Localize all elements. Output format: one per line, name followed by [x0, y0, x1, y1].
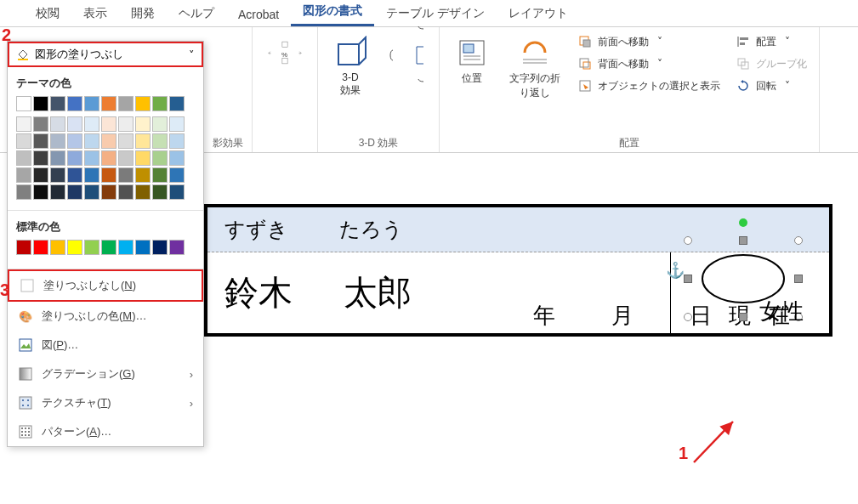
color-swatch[interactable] [16, 167, 31, 183]
color-swatch[interactable] [33, 116, 48, 132]
gradient-fill-item[interactable]: グラデーション(G) › [8, 360, 203, 388]
color-swatch[interactable] [101, 116, 116, 132]
color-swatch[interactable] [50, 133, 65, 149]
color-swatch[interactable] [135, 133, 151, 149]
align-button[interactable]: 配置˅ [732, 32, 793, 51]
document-canvas[interactable]: 年 月 日現在 すずき たろう 鈴木 太郎 ⚓ [204, 153, 858, 504]
color-swatch[interactable] [50, 184, 65, 200]
resize-handle[interactable] [794, 275, 803, 283]
color-swatch[interactable] [16, 150, 31, 166]
color-swatch[interactable] [118, 96, 134, 111]
tab-view[interactable]: 表示 [71, 1, 119, 26]
threeD-effects-button[interactable]: 3-D 効果 [327, 32, 374, 101]
color-swatch[interactable] [152, 133, 168, 149]
color-swatch[interactable] [118, 150, 134, 166]
selection-pane-button[interactable]: オブジェクトの選択と表示 [574, 76, 724, 95]
color-swatch[interactable] [101, 184, 116, 200]
resize-handle[interactable] [684, 236, 692, 245]
send-backward-button[interactable]: 背面へ移動˅ [574, 54, 666, 73]
group-button[interactable]: グループ化 [732, 54, 810, 73]
color-swatch[interactable] [118, 167, 134, 183]
color-swatch[interactable] [169, 184, 185, 200]
color-swatch[interactable] [135, 150, 151, 166]
color-swatch[interactable] [67, 167, 82, 183]
color-swatch[interactable] [84, 96, 99, 111]
color-swatch[interactable] [84, 184, 99, 200]
color-swatch[interactable] [135, 240, 151, 255]
more-fill-colors-item[interactable]: 🎨 塗りつぶしの色(M)… [8, 302, 203, 331]
color-swatch[interactable] [50, 240, 65, 255]
color-swatch[interactable] [50, 96, 65, 111]
color-swatch[interactable] [67, 240, 82, 255]
picture-fill-item[interactable]: 図(P)… [8, 331, 203, 360]
resize-handle[interactable] [739, 236, 747, 245]
tab-shape-format[interactable]: 図形の書式 [291, 0, 374, 26]
color-swatch[interactable] [33, 133, 48, 149]
tab-help[interactable]: ヘルプ [167, 1, 226, 26]
color-swatch[interactable] [169, 240, 185, 255]
color-swatch[interactable] [33, 167, 48, 183]
no-fill-item[interactable]: 塗りつぶしなし(N) [8, 269, 203, 302]
color-swatch[interactable] [16, 133, 31, 149]
color-swatch[interactable] [135, 96, 151, 111]
color-swatch[interactable] [169, 96, 185, 111]
color-swatch[interactable] [84, 133, 99, 149]
rotate-handle[interactable] [739, 218, 747, 227]
resize-handle[interactable] [794, 236, 803, 245]
resize-handle[interactable] [684, 275, 692, 283]
color-swatch[interactable] [135, 116, 151, 132]
rotate-button[interactable]: 回転˅ [732, 76, 793, 95]
color-swatch[interactable] [50, 167, 65, 183]
threeD-rotate-grid[interactable] [383, 32, 430, 101]
shadow-nudge-grid[interactable]: % [261, 32, 309, 73]
color-swatch[interactable] [152, 240, 168, 255]
color-swatch[interactable] [16, 116, 31, 132]
color-swatch[interactable] [169, 116, 185, 132]
color-swatch[interactable] [152, 184, 168, 200]
color-swatch[interactable] [67, 116, 82, 132]
color-swatch[interactable] [33, 184, 48, 200]
color-swatch[interactable] [101, 150, 116, 166]
resize-handle[interactable] [739, 313, 747, 321]
tab-review[interactable]: 校閲 [24, 1, 71, 26]
pattern-fill-item[interactable]: パターン(A)… [8, 417, 203, 446]
color-swatch[interactable] [101, 167, 116, 183]
color-swatch[interactable] [33, 240, 48, 255]
tab-layout[interactable]: レイアウト [497, 1, 580, 26]
tab-developer[interactable]: 開発 [119, 1, 167, 26]
color-swatch[interactable] [101, 96, 116, 111]
color-swatch[interactable] [16, 184, 31, 200]
color-swatch[interactable] [118, 184, 134, 200]
position-button[interactable]: 位置 [448, 32, 496, 104]
color-swatch[interactable] [33, 96, 48, 111]
color-swatch[interactable] [84, 167, 99, 183]
color-swatch[interactable] [16, 96, 31, 111]
color-swatch[interactable] [67, 150, 82, 166]
shape-fill-header[interactable]: 図形の塗りつぶし ˅ [8, 42, 203, 67]
color-swatch[interactable] [67, 184, 82, 200]
color-swatch[interactable] [135, 184, 151, 200]
color-swatch[interactable] [16, 240, 31, 255]
wrap-text-button[interactable]: 文字列の折 り返し [504, 32, 565, 104]
color-swatch[interactable] [67, 96, 82, 111]
color-swatch[interactable] [118, 240, 134, 255]
color-swatch[interactable] [169, 150, 185, 166]
bring-forward-button[interactable]: 前面へ移動˅ [574, 32, 666, 51]
texture-fill-item[interactable]: テクスチャ(T) › [8, 388, 203, 417]
color-swatch[interactable] [84, 116, 99, 132]
color-swatch[interactable] [118, 116, 134, 132]
color-swatch[interactable] [101, 133, 116, 149]
resize-handle[interactable] [684, 313, 692, 321]
color-swatch[interactable] [84, 240, 99, 255]
color-swatch[interactable] [50, 116, 65, 132]
color-swatch[interactable] [84, 150, 99, 166]
color-swatch[interactable] [67, 133, 82, 149]
color-swatch[interactable] [101, 240, 116, 255]
color-swatch[interactable] [152, 116, 168, 132]
color-swatch[interactable] [152, 150, 168, 166]
color-swatch[interactable] [152, 96, 168, 111]
color-swatch[interactable] [135, 167, 151, 183]
color-swatch[interactable] [169, 133, 185, 149]
color-swatch[interactable] [169, 167, 185, 183]
color-swatch[interactable] [33, 150, 48, 166]
